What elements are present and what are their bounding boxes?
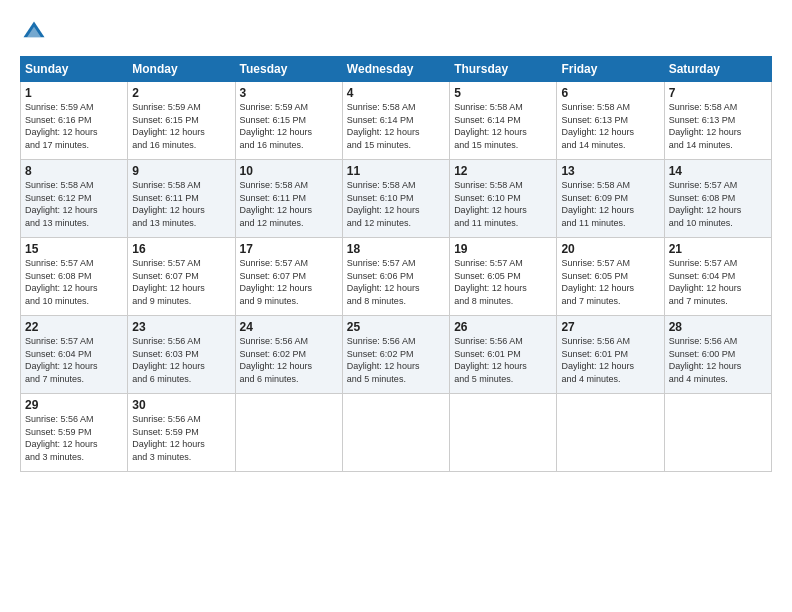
day-number: 28 <box>669 320 767 334</box>
day-detail: Sunrise: 5:56 AM Sunset: 5:59 PM Dayligh… <box>132 413 230 463</box>
calendar-cell: 14Sunrise: 5:57 AM Sunset: 6:08 PM Dayli… <box>664 160 771 238</box>
calendar-cell: 26Sunrise: 5:56 AM Sunset: 6:01 PM Dayli… <box>450 316 557 394</box>
calendar-cell: 17Sunrise: 5:57 AM Sunset: 6:07 PM Dayli… <box>235 238 342 316</box>
day-number: 20 <box>561 242 659 256</box>
day-detail: Sunrise: 5:58 AM Sunset: 6:12 PM Dayligh… <box>25 179 123 229</box>
calendar-cell <box>342 394 449 472</box>
day-detail: Sunrise: 5:57 AM Sunset: 6:08 PM Dayligh… <box>25 257 123 307</box>
day-detail: Sunrise: 5:56 AM Sunset: 6:02 PM Dayligh… <box>240 335 338 385</box>
day-number: 10 <box>240 164 338 178</box>
col-header-monday: Monday <box>128 57 235 82</box>
day-number: 4 <box>347 86 445 100</box>
col-header-thursday: Thursday <box>450 57 557 82</box>
day-number: 8 <box>25 164 123 178</box>
day-detail: Sunrise: 5:58 AM Sunset: 6:10 PM Dayligh… <box>454 179 552 229</box>
calendar-cell: 19Sunrise: 5:57 AM Sunset: 6:05 PM Dayli… <box>450 238 557 316</box>
day-number: 2 <box>132 86 230 100</box>
calendar-cell: 29Sunrise: 5:56 AM Sunset: 5:59 PM Dayli… <box>21 394 128 472</box>
day-number: 13 <box>561 164 659 178</box>
calendar-table: SundayMondayTuesdayWednesdayThursdayFrid… <box>20 56 772 472</box>
calendar-cell: 18Sunrise: 5:57 AM Sunset: 6:06 PM Dayli… <box>342 238 449 316</box>
day-number: 23 <box>132 320 230 334</box>
day-detail: Sunrise: 5:57 AM Sunset: 6:04 PM Dayligh… <box>25 335 123 385</box>
calendar-cell: 6Sunrise: 5:58 AM Sunset: 6:13 PM Daylig… <box>557 82 664 160</box>
day-number: 25 <box>347 320 445 334</box>
calendar-cell: 8Sunrise: 5:58 AM Sunset: 6:12 PM Daylig… <box>21 160 128 238</box>
day-detail: Sunrise: 5:58 AM Sunset: 6:09 PM Dayligh… <box>561 179 659 229</box>
calendar-cell <box>557 394 664 472</box>
day-detail: Sunrise: 5:56 AM Sunset: 6:02 PM Dayligh… <box>347 335 445 385</box>
day-number: 21 <box>669 242 767 256</box>
day-detail: Sunrise: 5:59 AM Sunset: 6:15 PM Dayligh… <box>240 101 338 151</box>
day-number: 7 <box>669 86 767 100</box>
calendar-cell <box>664 394 771 472</box>
day-number: 27 <box>561 320 659 334</box>
calendar-cell: 11Sunrise: 5:58 AM Sunset: 6:10 PM Dayli… <box>342 160 449 238</box>
day-detail: Sunrise: 5:57 AM Sunset: 6:05 PM Dayligh… <box>454 257 552 307</box>
day-detail: Sunrise: 5:57 AM Sunset: 6:04 PM Dayligh… <box>669 257 767 307</box>
day-number: 12 <box>454 164 552 178</box>
col-header-friday: Friday <box>557 57 664 82</box>
calendar-cell: 23Sunrise: 5:56 AM Sunset: 6:03 PM Dayli… <box>128 316 235 394</box>
calendar-cell: 5Sunrise: 5:58 AM Sunset: 6:14 PM Daylig… <box>450 82 557 160</box>
col-header-wednesday: Wednesday <box>342 57 449 82</box>
day-detail: Sunrise: 5:58 AM Sunset: 6:13 PM Dayligh… <box>669 101 767 151</box>
day-number: 24 <box>240 320 338 334</box>
day-number: 9 <box>132 164 230 178</box>
calendar-cell <box>450 394 557 472</box>
calendar-cell: 3Sunrise: 5:59 AM Sunset: 6:15 PM Daylig… <box>235 82 342 160</box>
day-detail: Sunrise: 5:56 AM Sunset: 6:00 PM Dayligh… <box>669 335 767 385</box>
day-number: 3 <box>240 86 338 100</box>
calendar-cell <box>235 394 342 472</box>
calendar-cell: 4Sunrise: 5:58 AM Sunset: 6:14 PM Daylig… <box>342 82 449 160</box>
day-number: 1 <box>25 86 123 100</box>
day-number: 17 <box>240 242 338 256</box>
day-detail: Sunrise: 5:57 AM Sunset: 6:07 PM Dayligh… <box>240 257 338 307</box>
day-detail: Sunrise: 5:59 AM Sunset: 6:16 PM Dayligh… <box>25 101 123 151</box>
calendar-cell: 9Sunrise: 5:58 AM Sunset: 6:11 PM Daylig… <box>128 160 235 238</box>
day-number: 30 <box>132 398 230 412</box>
logo-icon <box>20 18 48 46</box>
day-detail: Sunrise: 5:58 AM Sunset: 6:14 PM Dayligh… <box>347 101 445 151</box>
col-header-sunday: Sunday <box>21 57 128 82</box>
calendar-cell: 27Sunrise: 5:56 AM Sunset: 6:01 PM Dayli… <box>557 316 664 394</box>
day-number: 19 <box>454 242 552 256</box>
day-detail: Sunrise: 5:58 AM Sunset: 6:10 PM Dayligh… <box>347 179 445 229</box>
col-header-tuesday: Tuesday <box>235 57 342 82</box>
calendar-cell: 21Sunrise: 5:57 AM Sunset: 6:04 PM Dayli… <box>664 238 771 316</box>
calendar-cell: 1Sunrise: 5:59 AM Sunset: 6:16 PM Daylig… <box>21 82 128 160</box>
calendar-cell: 16Sunrise: 5:57 AM Sunset: 6:07 PM Dayli… <box>128 238 235 316</box>
calendar-cell: 12Sunrise: 5:58 AM Sunset: 6:10 PM Dayli… <box>450 160 557 238</box>
calendar-cell: 10Sunrise: 5:58 AM Sunset: 6:11 PM Dayli… <box>235 160 342 238</box>
calendar-cell: 7Sunrise: 5:58 AM Sunset: 6:13 PM Daylig… <box>664 82 771 160</box>
day-detail: Sunrise: 5:58 AM Sunset: 6:13 PM Dayligh… <box>561 101 659 151</box>
day-number: 15 <box>25 242 123 256</box>
day-detail: Sunrise: 5:56 AM Sunset: 6:01 PM Dayligh… <box>561 335 659 385</box>
calendar-cell: 15Sunrise: 5:57 AM Sunset: 6:08 PM Dayli… <box>21 238 128 316</box>
col-header-saturday: Saturday <box>664 57 771 82</box>
day-number: 16 <box>132 242 230 256</box>
day-number: 26 <box>454 320 552 334</box>
logo <box>20 18 52 46</box>
day-detail: Sunrise: 5:57 AM Sunset: 6:06 PM Dayligh… <box>347 257 445 307</box>
calendar-cell: 20Sunrise: 5:57 AM Sunset: 6:05 PM Dayli… <box>557 238 664 316</box>
day-detail: Sunrise: 5:57 AM Sunset: 6:08 PM Dayligh… <box>669 179 767 229</box>
calendar-cell: 22Sunrise: 5:57 AM Sunset: 6:04 PM Dayli… <box>21 316 128 394</box>
day-detail: Sunrise: 5:57 AM Sunset: 6:05 PM Dayligh… <box>561 257 659 307</box>
day-detail: Sunrise: 5:59 AM Sunset: 6:15 PM Dayligh… <box>132 101 230 151</box>
day-detail: Sunrise: 5:56 AM Sunset: 6:01 PM Dayligh… <box>454 335 552 385</box>
calendar-cell: 2Sunrise: 5:59 AM Sunset: 6:15 PM Daylig… <box>128 82 235 160</box>
day-detail: Sunrise: 5:56 AM Sunset: 5:59 PM Dayligh… <box>25 413 123 463</box>
day-number: 18 <box>347 242 445 256</box>
calendar-cell: 30Sunrise: 5:56 AM Sunset: 5:59 PM Dayli… <box>128 394 235 472</box>
day-detail: Sunrise: 5:58 AM Sunset: 6:11 PM Dayligh… <box>132 179 230 229</box>
day-number: 14 <box>669 164 767 178</box>
day-detail: Sunrise: 5:58 AM Sunset: 6:14 PM Dayligh… <box>454 101 552 151</box>
day-detail: Sunrise: 5:57 AM Sunset: 6:07 PM Dayligh… <box>132 257 230 307</box>
day-number: 6 <box>561 86 659 100</box>
day-number: 11 <box>347 164 445 178</box>
day-detail: Sunrise: 5:58 AM Sunset: 6:11 PM Dayligh… <box>240 179 338 229</box>
day-number: 29 <box>25 398 123 412</box>
calendar-cell: 24Sunrise: 5:56 AM Sunset: 6:02 PM Dayli… <box>235 316 342 394</box>
calendar-cell: 28Sunrise: 5:56 AM Sunset: 6:00 PM Dayli… <box>664 316 771 394</box>
